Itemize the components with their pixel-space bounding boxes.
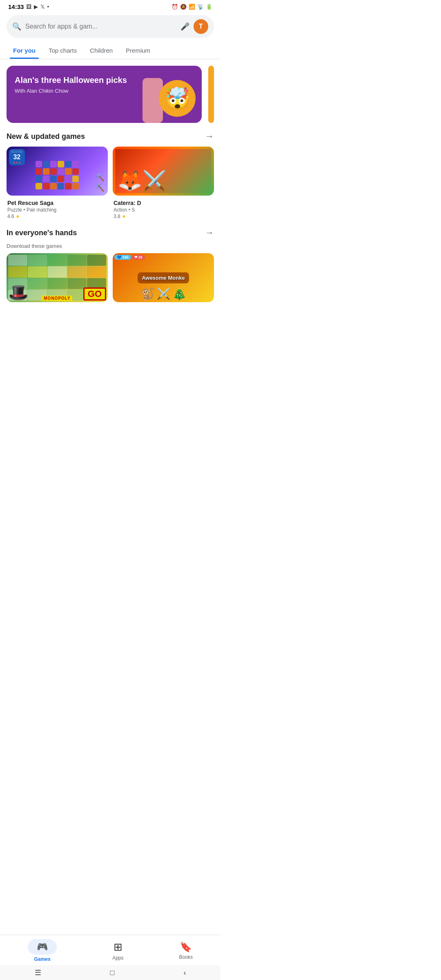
game-name-caterra: Caterra: D bbox=[114, 200, 213, 206]
tab-for-you[interactable]: For you bbox=[7, 42, 42, 59]
game-thumbnail-caterra: 🦊⚔️ bbox=[113, 147, 214, 196]
game-card-caterra[interactable]: 🦊⚔️ Caterra: D Action • S 3.8 ★ bbox=[113, 147, 214, 219]
search-input[interactable] bbox=[25, 23, 176, 30]
tab-premium[interactable]: Premium bbox=[119, 42, 157, 59]
status-right-icons: ⏰ 🔕 📶 📡 🔋 bbox=[172, 4, 212, 10]
game-genre-caterra: Action • S bbox=[114, 207, 213, 213]
next-banner-peek bbox=[208, 66, 214, 123]
game-info-pet-rescue: Pet Rescue Saga Puzzle • Pair matching 4… bbox=[7, 200, 108, 219]
tab-children[interactable]: Children bbox=[83, 42, 119, 59]
section-header-new-games: New & updated games → bbox=[0, 123, 220, 147]
game-card-awesome-monkey[interactable]: 💙 100 ❤ 25 Awesome Monke 🐒⚔️🎄 bbox=[113, 253, 214, 306]
game-thumbnail-awesome-monkey: 💙 100 ❤ 25 Awesome Monke 🐒⚔️🎄 bbox=[113, 253, 214, 302]
main-content: Alan's three Halloween picks With Alan C… bbox=[0, 59, 220, 339]
status-left: 14:33 🖼 ▶ 𝕏 • bbox=[8, 3, 49, 10]
banner-title: Alan's three Halloween picks bbox=[15, 75, 194, 85]
search-icon: 🔍 bbox=[12, 22, 21, 31]
wifi-icon: 📶 bbox=[189, 4, 195, 10]
mute-icon: 🔕 bbox=[180, 4, 187, 10]
game-card-monopoly[interactable]: 🎩 GO MONOPOLY bbox=[7, 253, 108, 306]
section-header-everyones-hands: In everyone's hands → bbox=[0, 219, 220, 243]
game-thumbnail-monopoly: 🎩 GO MONOPOLY bbox=[7, 253, 108, 302]
tabs-container: For you Top charts Children Premium bbox=[0, 42, 220, 59]
banner-subtitle: With Alan Chikin Chow bbox=[15, 88, 194, 94]
section-title-everyones-hands: In everyone's hands bbox=[7, 229, 77, 237]
section-arrow-new-games[interactable]: → bbox=[205, 131, 214, 142]
search-bar[interactable]: 🔍 🎤 T bbox=[7, 15, 214, 38]
game-rating-caterra: 3.8 ★ bbox=[114, 214, 213, 219]
photo-icon: 🖼 bbox=[26, 4, 31, 10]
banner-text: Alan's three Halloween picks With Alan C… bbox=[15, 75, 194, 94]
user-avatar[interactable]: T bbox=[194, 19, 208, 34]
game-name-pet-rescue: Pet Rescue Saga bbox=[7, 200, 107, 206]
dot-icon: • bbox=[47, 4, 49, 10]
signal-icon: 📡 bbox=[197, 4, 204, 10]
youtube-icon: ▶ bbox=[34, 4, 38, 10]
status-time: 14:33 bbox=[8, 3, 24, 10]
game-card-pet-rescue[interactable]: 011720 32 ★★★ 🔨 ⛏️ bbox=[7, 147, 108, 219]
alarm-icon: ⏰ bbox=[172, 4, 178, 10]
section-subtitle-everyones-hands: Download these games bbox=[0, 243, 220, 253]
star-icon-2: ★ bbox=[122, 214, 126, 219]
game-info-caterra: Caterra: D Action • S 3.8 ★ bbox=[113, 200, 214, 219]
star-icon: ★ bbox=[16, 214, 20, 219]
battery-icon: 🔋 bbox=[206, 4, 212, 10]
section-title-new-games: New & updated games bbox=[7, 132, 85, 141]
everyones-hands-list: 🎩 GO MONOPOLY 💙 100 ❤ 25 bbox=[0, 253, 220, 306]
status-bar: 14:33 🖼 ▶ 𝕏 • ⏰ 🔕 📶 📡 🔋 bbox=[0, 0, 220, 12]
game-thumbnail-pet-rescue: 011720 32 ★★★ 🔨 ⛏️ bbox=[7, 147, 108, 196]
banner-card[interactable]: Alan's three Halloween picks With Alan C… bbox=[7, 66, 202, 123]
game-genre-pet-rescue: Puzzle • Pair matching bbox=[7, 207, 107, 213]
tab-top-charts[interactable]: Top charts bbox=[42, 42, 83, 59]
banner-section: Alan's three Halloween picks With Alan C… bbox=[0, 59, 220, 123]
game-rating-pet-rescue: 4.6 ★ bbox=[7, 214, 107, 219]
new-games-list: 011720 32 ★★★ 🔨 ⛏️ bbox=[0, 147, 220, 219]
microphone-icon[interactable]: 🎤 bbox=[180, 22, 189, 31]
search-bar-container: 🔍 🎤 T bbox=[0, 12, 220, 42]
section-arrow-everyones-hands[interactable]: → bbox=[205, 227, 214, 238]
twitter-icon: 𝕏 bbox=[40, 4, 45, 10]
